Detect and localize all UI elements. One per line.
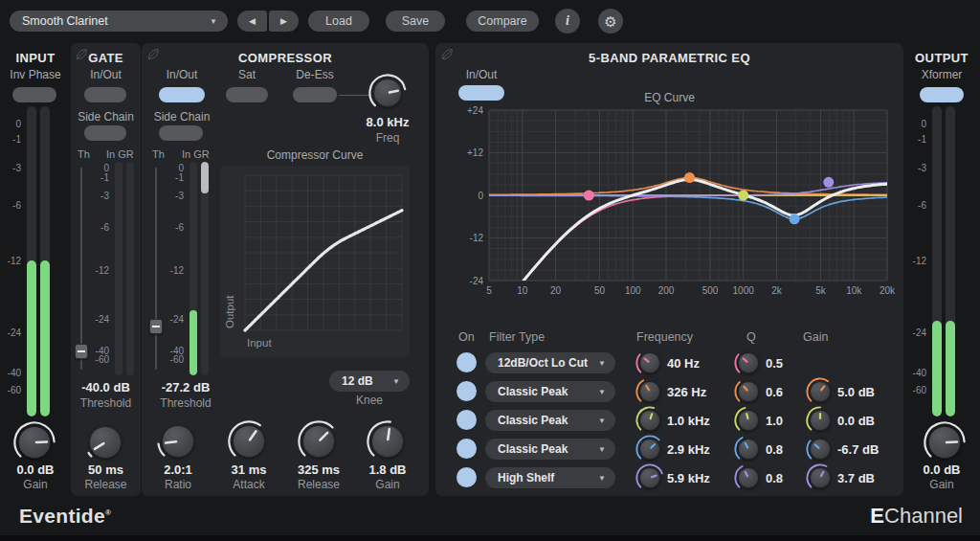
output-gain-knob[interactable] [924,421,966,463]
eq-band5-filter-dropdown[interactable]: High Shelf ▼ [485,467,615,488]
threshold-slider-handle[interactable] [149,319,163,334]
arrow-left-icon: ◀ [249,16,256,26]
arrow-right-icon: ▶ [280,16,287,26]
eq-band-row-1: 12dB/Oct Lo Cut ▼ 40 Hz 0.5 [435,349,903,377]
preset-name: Smooth Clarinet [22,14,108,28]
output-gain-label: Gain [903,478,980,491]
eq-band2-q-knob[interactable] [734,377,763,406]
settings-button[interactable]: ⚙ [598,9,623,34]
comp-deess-toggle[interactable] [293,87,337,102]
gate-sidechain-label: Side Chain [71,110,141,124]
eq-band3-on-toggle[interactable] [457,410,477,430]
comp-meter: 0-1-3-6-12-24-40-60 [149,162,209,375]
eq-band2-on-toggle[interactable] [457,381,477,401]
chevron-down-icon: ▼ [598,445,606,454]
eq-band5-q-knob[interactable] [734,463,763,492]
eq-band5-freq-knob[interactable] [635,463,664,492]
compare-button[interactable]: Compare [466,11,539,32]
eq-band2-gain-knob[interactable] [806,377,835,406]
window-bottom-edge [0,535,980,541]
save-button[interactable]: Save [386,11,445,32]
threshold-slider[interactable] [75,162,88,375]
eq-band4-freq-knob[interactable] [635,435,664,463]
eq-band3-filter-dropdown[interactable]: Classic Peak ▼ [485,410,615,431]
eq-band2-freq-value: 326 Hz [667,385,706,399]
eq-band4-gain-knob[interactable] [806,435,835,463]
threshold-slider[interactable] [149,162,163,375]
comp-sat-label: Sat [226,68,268,81]
xformer-label: Xformer [903,68,980,81]
eq-band1-freq-knob[interactable] [635,349,664,377]
eq-section: 5-BAND PARAMETRIC EQ In/Out EQ Curve +24… [435,43,903,496]
inv-phase-toggle[interactable] [12,87,56,102]
comp-attack-knob[interactable] [228,420,270,462]
comp-gain-knob[interactable] [367,420,409,462]
gate-inout-toggle[interactable] [84,87,126,102]
level-meter-bar [932,106,942,417]
comp-sat-toggle[interactable] [226,87,268,102]
knee-dropdown[interactable]: 12 dB ▼ [329,371,410,392]
eq-band3-q-knob[interactable] [734,406,763,435]
info-button[interactable]: i [555,9,580,34]
eventide-logo: Eventide® [19,505,111,528]
eq-band4-q-knob[interactable] [734,435,763,463]
eq-band5-on-toggle[interactable] [457,467,477,487]
gate-title: GATE [71,51,141,65]
xformer-toggle[interactable] [920,87,964,102]
chevron-down-icon: ▼ [598,474,606,483]
deess-freq-connector [339,95,370,96]
chevron-down-icon: ▼ [210,17,217,26]
gate-release-value: 50 ms [71,462,141,477]
echannel-plugin-window: Smooth Clarinet ▼ ◀ ▶ Load Save Compare … [0,0,980,541]
eq-band5-gain-value: 3.7 dB [837,471,875,485]
eq-band2-freq-knob[interactable] [635,377,664,406]
comp-inout-toggle[interactable] [159,87,205,102]
threshold-slider-handle[interactable] [75,344,88,359]
eq-band3-freq-knob[interactable] [635,406,664,435]
eq-band1-q-knob[interactable] [734,349,763,377]
gate-ingr-label: In GR [106,148,134,160]
gate-section: GATE In/Out Side Chain Th In GR 0-1-3-6-… [71,43,141,496]
input-gain-knob[interactable] [13,421,56,463]
eq-band3-q-value: 1.0 [766,414,783,428]
eq-band4-q-value: 0.8 [766,442,783,457]
svg-text:2k: 2k [771,285,783,296]
load-button[interactable]: Load [308,11,369,32]
eq-band1-on-toggle[interactable] [457,352,477,372]
compressor-title: COMPRESSOR [142,51,429,65]
level-meter-bar [946,106,955,417]
gate-release-knob[interactable] [84,421,126,463]
eq-band5-gain-knob[interactable] [806,463,835,492]
comp-release-knob[interactable] [298,420,340,462]
comp-ratio-knob[interactable] [157,420,199,462]
eq-band4-filter-value: Classic Peak [498,442,568,456]
next-preset-button[interactable]: ▶ [269,11,299,32]
preset-selector[interactable]: Smooth Clarinet ▼ [10,11,228,32]
chevron-down-icon: ▼ [598,359,606,368]
input-meter: 0-1-3-6-12-24-40-60 [0,106,50,417]
svg-text:20: 20 [550,285,562,296]
eq-band4-filter-dropdown[interactable]: Classic Peak ▼ [485,439,615,460]
comp-ratio-value: 2.0:1 [145,462,212,477]
eq-band1-q-value: 0.5 [766,356,783,371]
svg-text:-24: -24 [470,276,484,286]
gate-release-label: Release [71,478,141,491]
eq-band4-on-toggle[interactable] [457,439,477,459]
eq-band-row-2: Classic Peak ▼ 326 Hz 0.6 5.0 dB [435,377,903,406]
gate-th-label: Th [78,148,90,160]
chevron-down-icon: ▼ [392,377,400,386]
input-title: INPUT [0,51,71,65]
previous-preset-button[interactable]: ◀ [237,11,267,32]
comp-sidechain-toggle[interactable] [159,125,203,141]
gate-sidechain-toggle[interactable] [84,125,126,141]
meter-scale: 0-1-3-6-12-24-40-60 [0,106,23,417]
comp-deess-freq-knob[interactable] [368,74,407,112]
eq-band2-filter-dropdown[interactable]: Classic Peak ▼ [485,381,615,402]
eq-band1-filter-dropdown[interactable]: 12dB/Oct Lo Cut ▼ [485,352,615,373]
output-section: OUTPUT Xformer 0-1-3-6-12-24-40-60 0.0 d… [903,43,980,496]
eq-band2-q-value: 0.6 [766,385,783,399]
eq-curve-graph[interactable]: +24+120-12-24510205010020050010002k5k10k… [457,104,895,311]
comp-release-value: 325 ms [285,462,352,477]
eq-band3-gain-knob[interactable] [806,406,835,435]
output-meter: 0-1-3-6-12-24-40-60 [905,106,955,417]
